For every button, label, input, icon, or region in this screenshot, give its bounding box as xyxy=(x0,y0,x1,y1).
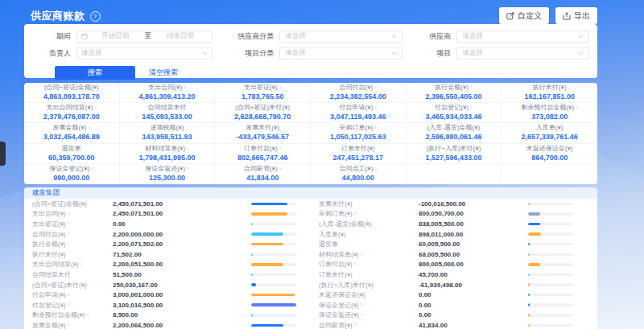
breakdown-row: (合同+签证)未付(¥)250,030,167.00 xyxy=(24,280,311,290)
metric-card-label: 订单付款(¥) xyxy=(244,146,278,152)
metric-card-label: 付款申请(¥) xyxy=(340,105,374,111)
metric-card: 未返还保证金(¥)864,700.00 xyxy=(502,144,597,164)
metric-card[interactable]: 保证金返还(¥)›125,300.00 xyxy=(120,164,216,184)
metric-card[interactable]: 发票金额(¥)›3,032,454,486.89 xyxy=(24,123,120,143)
project-label: 项目 xyxy=(414,48,451,59)
breakdown-row-label: 订单未付(¥) xyxy=(319,270,353,279)
chevron-right-icon: › xyxy=(87,312,89,319)
breakdown-left-column: (合同+签证)金额(¥)2,450,071,501.00支出合同(¥)›2,45… xyxy=(24,199,311,329)
metric-card[interactable]: 保证金登记(¥)›990,000.00 xyxy=(24,164,120,184)
supplier-category-select[interactable]: 请选择 xyxy=(279,31,402,43)
metric-card-value: 4,861,309,413.20 xyxy=(138,93,195,101)
select-placeholder: 请选择 xyxy=(285,48,306,58)
clear-search-link[interactable]: 清空搜索 xyxy=(149,68,178,78)
project-select[interactable]: 请选择 xyxy=(456,47,589,60)
empty-cell xyxy=(502,164,597,184)
metric-card-label: 剩余预付款金额(¥) xyxy=(521,105,574,111)
empty-cell xyxy=(407,164,502,184)
value-bar-track xyxy=(528,203,573,206)
export-button[interactable]: 导出 xyxy=(555,7,597,24)
customize-button[interactable]: 自定义 xyxy=(499,7,549,24)
metric-card-value: 2,596,980,061.46 xyxy=(425,134,481,141)
metric-card[interactable]: 支出合同结算(¥)›2,379,476,087.00 xyxy=(24,103,120,123)
export-label: 导出 xyxy=(574,10,590,22)
chevron-right-icon: › xyxy=(374,166,377,172)
metric-card[interactable]: 付款登记(¥)›3,465,934,033.46 xyxy=(407,103,502,123)
value-bar-track xyxy=(528,232,573,236)
metric-card[interactable]: 执行金额(¥)›2,396,550,405.00 xyxy=(407,83,502,103)
breakdown-row-label: 发票未付(¥) xyxy=(319,199,353,208)
breakdown-row[interactable]: 采购订单(¥)›800,050,700.00 xyxy=(311,209,597,220)
project-category-select[interactable]: 请选择 xyxy=(279,47,402,60)
value-bar-track xyxy=(528,253,573,257)
supplier-select[interactable]: 请选择 xyxy=(456,31,589,43)
breakdown-row[interactable]: 合同薪资(¥)›41,834.00 xyxy=(311,320,597,329)
value-bar-track xyxy=(251,314,296,317)
metric-card[interactable]: 合同点工(¥)›44,800.00 xyxy=(311,164,407,184)
date-range-input[interactable]: 开始日期 至 结束日期 xyxy=(76,31,213,43)
value-bar-fill xyxy=(528,243,530,246)
value-bar-track xyxy=(251,243,296,246)
value-bar-fill xyxy=(251,212,287,216)
chevron-right-icon: › xyxy=(80,261,83,268)
breakdown-row: 发票未付(¥)-100,016,500.00 xyxy=(311,199,597,209)
metric-card[interactable]: 采购订单(¥)›1,050,117,025.63 xyxy=(311,123,407,143)
chevron-right-icon: › xyxy=(68,220,70,227)
value-bar-fill xyxy=(528,223,540,226)
metric-card[interactable]: 付款申请(¥)›3,047,119,493.46 xyxy=(311,103,407,123)
breakdown-row[interactable]: 支出合同(¥)›2,450,071,501.00 xyxy=(24,209,311,220)
breakdown-row[interactable]: 发票金额(¥)›2,200,066,500.00 xyxy=(24,320,311,329)
breakdown-row[interactable]: 支出合同结算(¥)›2,200,051,500.00 xyxy=(24,260,311,270)
chevron-right-icon: › xyxy=(68,241,70,248)
breakdown-row[interactable]: 剩余预付款金额(¥)›8,500.00 xyxy=(24,310,311,321)
metric-card[interactable]: 剩余预付款金额(¥)›373,082.00 xyxy=(502,103,597,123)
breakdown-row[interactable]: 材料结算单(¥)›68,005,500.00 xyxy=(311,249,597,260)
breakdown-row-label: 合同结算未付 xyxy=(32,270,71,279)
metric-card: 进项税额(¥)143,959,511.93 xyxy=(120,123,216,143)
breakdown-row-value: 2,200,066,500.00 xyxy=(113,322,251,329)
metric-card-value: 162,167,851.00 xyxy=(524,93,575,101)
breakdown-row[interactable]: 执行金额(¥)›2,200,071,502.00 xyxy=(24,239,311,249)
chevron-down-icon xyxy=(391,35,397,39)
value-bar-fill xyxy=(251,273,253,277)
owner-select[interactable]: 请选择 xyxy=(76,47,213,60)
select-placeholder: 请选择 xyxy=(81,48,102,58)
value-bar-track xyxy=(528,243,573,246)
breakdown-row-label: 材料结算单(¥) xyxy=(319,250,359,259)
breakdown-row-value: 3,100,016,500.00 xyxy=(113,302,251,309)
sidebar-collapse-handle[interactable] xyxy=(0,142,6,166)
breakdown-row[interactable]: 合同付款(¥)›2,200,000,000.00 xyxy=(24,229,311,240)
page-title: 供应商账款 xyxy=(31,9,85,23)
breakdown-row[interactable]: 付款登记(¥)›3,100,016,500.00 xyxy=(24,300,311,310)
select-placeholder: 请选择 xyxy=(462,48,483,58)
search-button[interactable]: 搜索 xyxy=(55,66,135,80)
metric-card[interactable]: 材料结算单(¥)›1,798,431,995.00 xyxy=(120,144,216,164)
metric-card[interactable]: 支出签证(¥)›1,783,765.50 xyxy=(215,83,311,103)
metric-card[interactable]: 合同薪资(¥)›41,834.00 xyxy=(215,164,311,184)
breakdown-row[interactable]: 保证金返还(¥)›0.00 xyxy=(311,310,597,321)
group-name[interactable]: 建发集团 xyxy=(32,188,60,198)
metric-card-label: 退货单 xyxy=(62,146,81,152)
metric-card[interactable]: 合同付款(¥)›2,234,382,554.00 xyxy=(311,83,407,103)
breakdown-row[interactable]: 支出签证(¥)›0.00 xyxy=(24,219,311,229)
breakdown-row[interactable]: 订单付款(¥)›800,005,000.00 xyxy=(311,260,597,270)
breakdown-row-label: 执行金额(¥) xyxy=(32,240,66,249)
metric-card[interactable]: 订单付款(¥)›802,665,747.46 xyxy=(215,144,311,164)
breakdown-row[interactable]: 保证金登记(¥)›0.00 xyxy=(311,300,597,310)
value-bar-track xyxy=(528,314,573,317)
chevron-right-icon: › xyxy=(68,322,70,328)
chevron-right-icon: › xyxy=(88,125,90,131)
breakdown-row-label: (合同+签证)未付(¥) xyxy=(32,281,87,290)
project-category-label: 项目分类 xyxy=(222,48,274,59)
customize-label: 自定义 xyxy=(518,10,542,22)
value-bar-fill xyxy=(528,212,540,216)
value-bar-fill xyxy=(528,314,530,317)
breakdown-row-label: 订单付款(¥) xyxy=(319,260,353,269)
value-bar-fill xyxy=(528,283,530,286)
breakdown-row-value: 800,050,700.00 xyxy=(419,210,528,217)
metric-card-label: 订单未付(¥) xyxy=(341,146,375,152)
breakdown-row[interactable]: 付款申请(¥)›3,000,001,000.00 xyxy=(24,290,311,300)
metric-card[interactable]: 支出合同(¥)›4,861,309,413.20 xyxy=(120,83,216,103)
breakdown-row-label: 支出签证(¥) xyxy=(32,220,66,228)
help-icon[interactable]: ? xyxy=(90,11,101,22)
